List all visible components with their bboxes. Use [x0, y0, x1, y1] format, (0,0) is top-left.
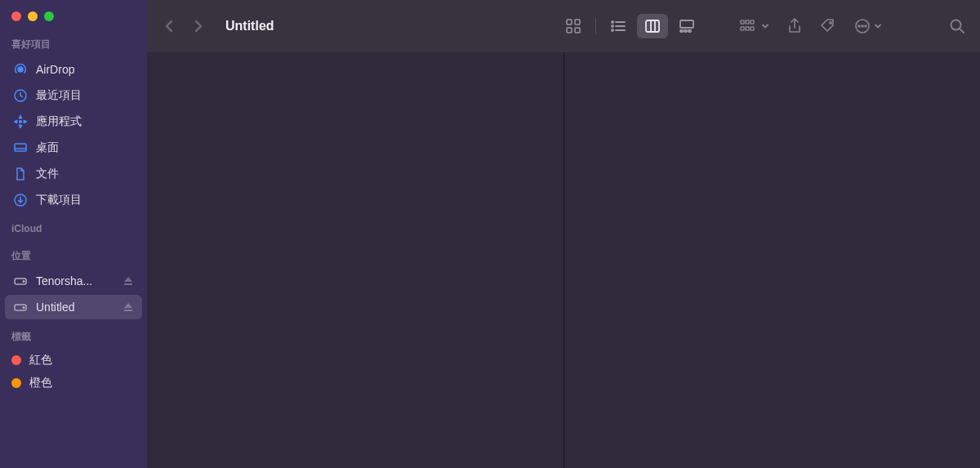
divider — [595, 18, 596, 34]
content-area — [147, 52, 980, 468]
sidebar-item-label: 桌面 — [36, 140, 134, 155]
svg-rect-21 — [741, 20, 744, 24]
sidebar-item-label: 下載項目 — [36, 193, 134, 207]
chevron-down-icon — [874, 22, 882, 30]
svg-rect-25 — [746, 27, 749, 30]
list-view-button[interactable] — [603, 14, 634, 38]
tag-item-orange[interactable]: 橙色 — [0, 372, 147, 394]
svg-point-29 — [858, 25, 860, 27]
svg-rect-12 — [575, 28, 580, 33]
section-icloud-header: iCloud — [0, 213, 147, 239]
window-title: Untitled — [225, 19, 553, 33]
section-locations-header: 位置 — [0, 239, 147, 268]
column-view-button[interactable] — [637, 14, 668, 38]
svg-point-2 — [19, 120, 22, 123]
svg-rect-9 — [567, 20, 572, 25]
svg-point-15 — [612, 29, 613, 31]
sidebar-item-documents[interactable]: 文件 — [5, 162, 142, 186]
edit-tags-button[interactable] — [820, 18, 836, 34]
gallery-view-button[interactable] — [671, 14, 702, 38]
svg-rect-24 — [741, 27, 744, 30]
desktop-icon — [13, 140, 28, 155]
forward-button[interactable] — [191, 19, 206, 33]
svg-rect-10 — [575, 20, 580, 25]
maximize-window-button[interactable] — [44, 11, 54, 21]
disk-icon — [13, 300, 28, 314]
view-mode-group — [558, 14, 702, 38]
airdrop-icon — [13, 62, 28, 77]
section-tags-header: 標籤 — [0, 320, 147, 349]
tag-label: 紅色 — [29, 353, 52, 368]
eject-icon[interactable] — [122, 301, 134, 313]
sidebar-item-label: 最近項目 — [36, 88, 134, 103]
clock-icon — [13, 88, 28, 103]
svg-point-30 — [862, 25, 863, 27]
svg-point-6 — [23, 281, 24, 283]
sidebar-item-desktop[interactable]: 桌面 — [5, 136, 142, 160]
svg-point-27 — [830, 22, 831, 24]
toolbar: Untitled — [147, 0, 980, 52]
svg-rect-19 — [684, 30, 687, 32]
icon-view-button[interactable] — [558, 14, 589, 38]
apps-icon — [13, 114, 28, 129]
svg-point-13 — [612, 21, 613, 23]
section-favorites-header: 喜好項目 — [0, 28, 147, 56]
sidebar-item-label: 文件 — [36, 167, 134, 181]
svg-point-8 — [23, 307, 24, 309]
svg-rect-16 — [646, 20, 659, 32]
svg-rect-23 — [751, 20, 754, 24]
sidebar-item-airdrop[interactable]: AirDrop — [5, 57, 142, 82]
svg-rect-18 — [680, 30, 683, 32]
column-2[interactable] — [564, 52, 981, 468]
minimize-window-button[interactable] — [28, 11, 38, 21]
nav-buttons — [162, 19, 206, 33]
sidebar-item-recents[interactable]: 最近項目 — [5, 83, 142, 108]
eject-icon[interactable] — [122, 275, 134, 287]
svg-rect-11 — [567, 28, 572, 33]
search-button[interactable] — [949, 18, 965, 34]
share-button[interactable] — [787, 18, 802, 34]
sidebar-item-downloads[interactable]: 下載項目 — [5, 188, 142, 212]
svg-point-14 — [612, 25, 613, 27]
svg-rect-17 — [680, 20, 693, 28]
disk-icon — [13, 274, 28, 288]
sidebar-item-label: Untitled — [36, 301, 114, 314]
column-1[interactable] — [147, 52, 564, 468]
svg-point-0 — [18, 67, 23, 72]
action-menu-button[interactable] — [854, 18, 882, 34]
sidebar-item-applications[interactable]: 應用程式 — [5, 109, 142, 134]
tag-label: 橙色 — [29, 376, 52, 390]
sidebar-item-label: Tenorsha... — [36, 274, 114, 287]
document-icon — [13, 167, 28, 181]
download-icon — [13, 193, 28, 207]
group-by-button[interactable] — [740, 19, 769, 33]
tag-item-red[interactable]: 紅色 — [0, 349, 147, 372]
chevron-down-icon — [761, 22, 769, 30]
tag-dot-orange — [11, 378, 21, 388]
sidebar: 喜好項目 AirDrop 最近項目 應用程式 — [0, 0, 147, 468]
back-button[interactable] — [162, 19, 176, 33]
sidebar-item-disk-tenorshare[interactable]: Tenorsha... — [5, 269, 142, 293]
window-controls — [0, 0, 147, 28]
svg-rect-3 — [15, 144, 26, 151]
svg-rect-22 — [746, 20, 749, 24]
svg-point-31 — [865, 25, 866, 27]
main-area: Untitled — [147, 0, 980, 468]
toolbar-actions — [740, 18, 965, 34]
sidebar-item-label: 應用程式 — [36, 114, 134, 129]
svg-rect-20 — [688, 30, 691, 32]
sidebar-item-label: AirDrop — [36, 63, 134, 76]
svg-rect-26 — [751, 27, 754, 30]
sidebar-item-disk-untitled[interactable]: Untitled — [5, 295, 142, 319]
tag-dot-red — [11, 355, 21, 365]
close-window-button[interactable] — [11, 11, 21, 21]
